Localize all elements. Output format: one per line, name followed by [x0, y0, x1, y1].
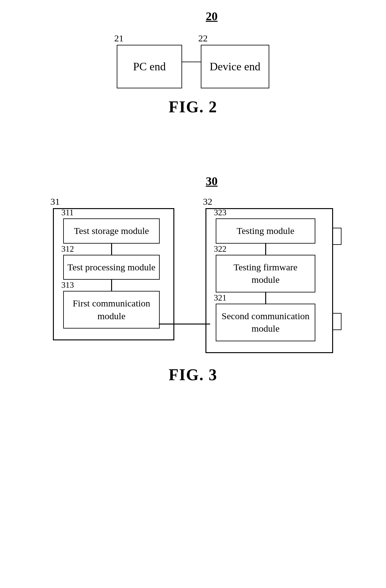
- fig2-section: 20 21 PC end 22 Device end FIG. 2: [0, 9, 386, 116]
- ref-322: 322: [214, 244, 227, 254]
- v-connector-311-312: [111, 244, 112, 255]
- ref-323: 323: [214, 208, 227, 217]
- pc-end-box: PC end: [117, 45, 182, 88]
- fig2-diagram: 21 PC end 22 Device end: [117, 35, 269, 88]
- fig3-caption: FIG. 3: [169, 366, 217, 384]
- ref-311: 311: [61, 208, 74, 217]
- comm-h-connector: [159, 324, 210, 324]
- box-312: Test processing module: [63, 255, 160, 280]
- page: 20 21 PC end 22 Device end FIG. 2: [0, 0, 386, 588]
- outer-box-31: 311 Test storage module 312 Test process…: [53, 208, 174, 340]
- fig3-main-ref: 30: [206, 174, 218, 188]
- tab-323: [333, 228, 341, 245]
- device-end-label: Device end: [210, 60, 261, 73]
- fig2-main-ref: 20: [206, 9, 218, 23]
- fig2-ref-device: 22: [198, 33, 208, 44]
- tab-321: [333, 313, 341, 330]
- ref-321: 321: [214, 293, 227, 303]
- device-end-box: Device end: [201, 45, 269, 88]
- box-321: Second communication module: [216, 304, 315, 341]
- pc-end-label: PC end: [133, 60, 166, 73]
- box-311: Test storage module: [63, 218, 160, 244]
- box-323: Testing module: [216, 218, 315, 244]
- fig3-section: 30 31 311 Test storage module: [0, 174, 386, 384]
- box-313: First communication module: [63, 291, 160, 329]
- fig3-boxes-row: 31 311 Test storage module: [53, 197, 333, 353]
- fig3-ref-right: 32: [203, 196, 212, 207]
- outer-box-32: 323 Testing module 322: [205, 208, 333, 353]
- v-connector-312-313: [111, 280, 112, 291]
- v-connector-322-321: [265, 292, 266, 304]
- fig2-ref-pc: 21: [114, 33, 124, 44]
- ref-312: 312: [61, 244, 74, 254]
- fig2-caption: FIG. 2: [169, 98, 217, 116]
- box-322: Testing firmware module: [216, 255, 315, 292]
- fig3-wrapper: 31 311 Test storage module: [53, 197, 333, 353]
- v-connector-323-322: [265, 244, 266, 255]
- fig3-ref-left: 31: [50, 196, 60, 207]
- ref-313: 313: [61, 280, 74, 290]
- fig2-connector-line: [182, 62, 201, 63]
